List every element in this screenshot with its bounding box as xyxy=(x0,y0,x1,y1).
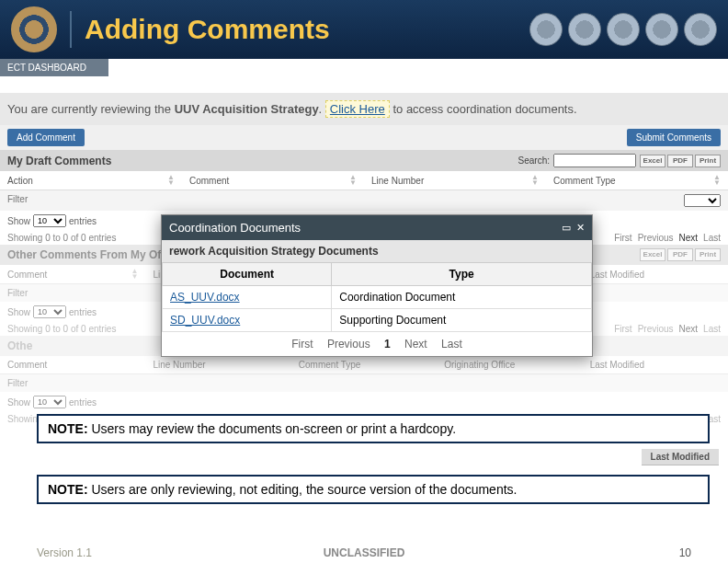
document-link[interactable]: AS_UUV.docx xyxy=(170,291,240,304)
page-last[interactable]: Last xyxy=(703,233,721,243)
table-row: SD_UUV.docx Supporting Document xyxy=(163,309,592,332)
version-label: Version 1.1 xyxy=(37,546,92,559)
sort-icon: ▲▼ xyxy=(167,175,175,186)
table-header-row: Document Type xyxy=(163,263,592,286)
seal-icon xyxy=(645,13,678,46)
sort-icon: ▲▼ xyxy=(713,175,721,186)
page-title: Adding Comments xyxy=(85,14,330,45)
footer: Version 1.1 UNCLASSIFIED 10 xyxy=(0,546,728,559)
dod-seal-icon xyxy=(11,6,57,52)
sort-icon: ▲▼ xyxy=(349,175,357,186)
pdf-button[interactable]: PDF xyxy=(667,248,693,261)
documents-table: Document Type AS_UUV.docx Coordination D… xyxy=(162,262,592,332)
entries-info: Showing 0 to 0 of 0 entries xyxy=(7,233,116,243)
search-label: Search: xyxy=(518,155,550,166)
pagination: First Previous Next Last xyxy=(614,324,721,334)
col-comment[interactable]: Comment▲▼ xyxy=(182,171,364,190)
seal-icon xyxy=(568,13,601,46)
col-type[interactable]: Comment Type▲▼ xyxy=(546,171,728,190)
excel-button[interactable]: Excel xyxy=(640,248,665,261)
document-link[interactable]: SD_UUV.docx xyxy=(170,314,240,327)
col-line[interactable]: Line Number▲▼ xyxy=(364,171,546,190)
page-next[interactable]: Next xyxy=(679,233,699,243)
add-comment-button[interactable]: Add Comment xyxy=(7,129,85,146)
page-size-select[interactable]: 10 xyxy=(33,214,66,227)
seal-icon xyxy=(684,13,717,46)
excel-button[interactable]: Excel xyxy=(640,155,665,167)
maximize-icon[interactable]: ▭ xyxy=(562,222,571,234)
col-lastmod[interactable]: Last Modified xyxy=(583,265,728,283)
col-action[interactable]: Action▲▼ xyxy=(0,171,182,190)
modal-header: Coordination Documents ▭ ✕ xyxy=(162,215,592,240)
seal-icon xyxy=(607,13,640,46)
header-bar: Adding Comments xyxy=(0,0,728,59)
note-box: NOTE: Users may review the documents on-… xyxy=(37,414,710,443)
note-text: Users are only reviewing, not editing, t… xyxy=(88,482,518,497)
filter-label: Filter xyxy=(7,194,186,207)
doctype-cell: Supporting Document xyxy=(332,309,592,332)
page-prev[interactable]: Previous xyxy=(638,233,674,243)
coordination-documents-modal: Coordination Documents ▭ ✕ rework Acquis… xyxy=(161,214,593,357)
table-header-row: Comment Line Number Comment Type Origina… xyxy=(0,356,728,374)
branch-seals xyxy=(529,13,717,46)
review-doc: UUV Acquisition Strategy xyxy=(175,102,319,116)
table-header-row: Action▲▼ Comment▲▼ Line Number▲▼ Comment… xyxy=(0,171,728,190)
close-icon[interactable]: ✕ xyxy=(576,222,585,234)
doctype-cell: Coordination Document xyxy=(332,286,592,309)
page-last[interactable]: Last xyxy=(703,324,721,334)
dashboard-tab[interactable]: ECT DASHBOARD xyxy=(0,59,108,76)
page-size-select[interactable]: 10 xyxy=(33,396,66,408)
click-here-link[interactable]: Click Here xyxy=(325,100,390,118)
col-doctype[interactable]: Type xyxy=(332,263,592,286)
search-input[interactable] xyxy=(553,154,636,167)
filter-select[interactable] xyxy=(684,194,721,207)
print-button[interactable]: Print xyxy=(695,248,721,261)
review-banner: You are currently reviewing the UUV Acqu… xyxy=(0,93,728,125)
print-button[interactable]: Print xyxy=(695,155,721,167)
col-document[interactable]: Document xyxy=(163,263,332,286)
note-box: NOTE: Users are only reviewing, not edit… xyxy=(37,475,710,504)
page-current[interactable]: 1 xyxy=(384,338,391,350)
seal-icon xyxy=(529,13,563,46)
section-drafts-header: My Draft Comments Search: Excel PDF Prin… xyxy=(0,150,728,171)
review-text: You are currently reviewing the xyxy=(7,102,175,116)
modal-title: Coordination Documents xyxy=(169,221,301,235)
modal-subtitle: rework Acquisition Strategy Documents xyxy=(162,240,592,262)
note-label: NOTE: xyxy=(48,482,88,497)
page-first[interactable]: First xyxy=(614,324,631,334)
page-prev[interactable]: Previous xyxy=(638,324,674,334)
page-last[interactable]: Last xyxy=(441,338,462,350)
modal-pagination: First Previous 1 Next Last xyxy=(162,332,592,356)
page-number: 10 xyxy=(679,546,691,559)
col-lastmod-peek: Last Modified xyxy=(642,449,719,465)
pagination: First Previous Next Last xyxy=(614,233,721,243)
page-first[interactable]: First xyxy=(291,338,313,350)
note-label: NOTE: xyxy=(48,421,88,436)
sort-icon: ▲▼ xyxy=(531,175,539,186)
col-comment[interactable]: Comment▲▼ xyxy=(0,265,145,283)
pdf-button[interactable]: PDF xyxy=(667,155,693,167)
divider xyxy=(70,11,72,48)
page-first[interactable]: First xyxy=(614,233,631,243)
page-next[interactable]: Next xyxy=(679,324,699,334)
section-title: Other Comments From My Office xyxy=(7,248,180,261)
page-size-select[interactable]: 10 xyxy=(33,305,66,318)
page-next[interactable]: Next xyxy=(404,338,427,350)
classification-label: UNCLASSIFIED xyxy=(324,546,405,559)
table-row: AS_UUV.docx Coordination Document xyxy=(163,286,592,309)
action-row: Add Comment Submit Comments xyxy=(0,125,728,150)
submit-comments-button[interactable]: Submit Comments xyxy=(627,129,721,146)
page-prev[interactable]: Previous xyxy=(327,338,370,350)
filter-row: Filter xyxy=(0,190,728,211)
note-text: Users may review the documents on-screen… xyxy=(88,421,456,436)
section-title: My Draft Comments xyxy=(7,155,111,167)
